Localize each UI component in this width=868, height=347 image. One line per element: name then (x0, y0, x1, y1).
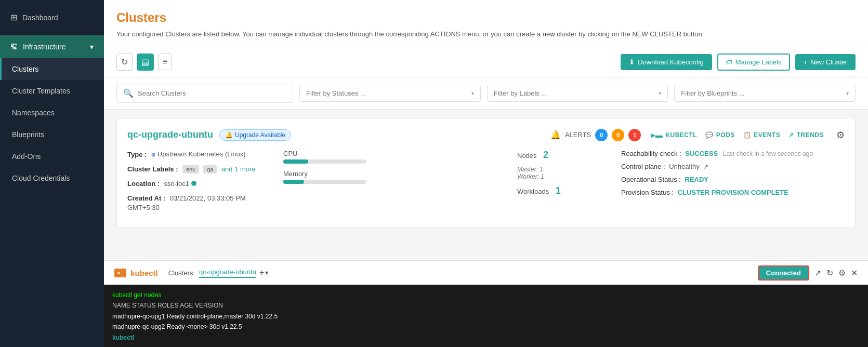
master-sub: Master: 1 (517, 166, 611, 173)
search-input[interactable] (138, 89, 286, 97)
memory-metric-row: Memory (283, 170, 507, 184)
alerts-label: ALERTS (565, 131, 591, 139)
plus-icon: + (804, 58, 808, 66)
kubectl-clusters-label: Clusters: (168, 269, 195, 277)
sidebar-item-namespaces[interactable]: Namespaces (0, 102, 104, 124)
kubectl-bar: >_ kubectl Clusters: qc-upgrade-ubuntu +… (104, 260, 868, 285)
events-icon: 📋 (743, 131, 752, 139)
terminal-command: kubectl get nodes (112, 290, 860, 300)
cluster-card-header: qc-upgrade-ubuntu 🔔 Upgrade Available 🔔 … (127, 129, 845, 141)
grid-icon: ⊞ (10, 12, 17, 22)
main-content: Clusters Your configured Clusters are li… (104, 0, 868, 347)
operational-status-row: Operational Status : READY (621, 176, 845, 183)
download-kubeconfig-button[interactable]: ⬇ Download Kubeconfig (621, 54, 712, 70)
sidebar: ⊞ Dashboard 🏗 Infrastructure ▾ Clusters … (0, 0, 104, 347)
new-cluster-button[interactable]: + New Cluster (795, 54, 856, 70)
cluster-details-col: Type : ⎈ Upstream Kubernetes (Linux) Clu… (127, 150, 273, 217)
memory-progress-bar (283, 180, 366, 184)
alert-count-orange: 0 (612, 129, 624, 141)
search-input-wrapper[interactable]: 🔍 (116, 84, 293, 103)
created-at-row: Created At : 03/21/2022, 03:33:05 PM GMT… (127, 193, 273, 212)
terminal-cursor: kubectl (112, 332, 860, 343)
cpu-progress-fill (283, 159, 308, 164)
cluster-body: Type : ⎈ Upstream Kubernetes (Linux) Clu… (127, 150, 845, 217)
sidebar-item-cloud-credentials[interactable]: Cloud Credentials (0, 167, 104, 189)
terminal-row1: madhupre-qc-upg1 Ready control-plane,mas… (112, 311, 860, 322)
kubectl-close-button[interactable]: ✕ (851, 268, 858, 278)
kubectl-settings-button[interactable]: ⚙ (838, 268, 846, 278)
and-more-link[interactable]: and 1 more (221, 165, 256, 173)
cluster-settings-button[interactable]: ⚙ (836, 129, 845, 141)
sidebar-item-blueprints[interactable]: Blueprints (0, 124, 104, 145)
kubectl-action-button[interactable]: ▸▬ KUBECTL (651, 131, 697, 139)
download-icon: ⬇ (629, 58, 635, 66)
sidebar-item-clusters[interactable]: Clusters (0, 58, 104, 80)
reachability-row: Reachability check : SUCCESS Last check … (621, 150, 845, 157)
labels-row: Cluster Labels : env qa and 1 more (127, 164, 273, 174)
filter-blueprints-select[interactable]: Filter by Blueprints ... ▾ (674, 85, 856, 102)
terminal-row2: madhupre-qc-upg2 Ready <none> 30d v1.22.… (112, 322, 860, 332)
sidebar-item-add-ons[interactable]: Add-Ons (0, 145, 104, 167)
kubectl-logo-label: kubectl (130, 269, 158, 277)
page-description: Your configured Clusters are listed belo… (116, 29, 856, 39)
cluster-actions: ▸▬ KUBECTL 💬 PODS 📋 EVENTS (651, 129, 845, 141)
cluster-status-col: Reachability check : SUCCESS Last check … (621, 150, 845, 217)
sidebar-item-cluster-templates[interactable]: Cluster Templates (0, 80, 104, 102)
memory-progress-fill (283, 180, 304, 184)
trends-action-button[interactable]: ↗ TRENDS (788, 131, 824, 139)
kubectl-refresh-button[interactable]: ↻ (826, 268, 833, 278)
cluster-header-left: qc-upgrade-ubuntu 🔔 Upgrade Available (127, 129, 291, 141)
location-status-dot (191, 181, 196, 186)
cluster-metrics-col: CPU Memory (283, 150, 507, 217)
kubectl-right-actions: Connected ↗ ↻ ⚙ ✕ (758, 265, 858, 281)
cluster-name[interactable]: qc-upgrade-ubuntu (127, 129, 213, 140)
chevron-down-icon: ▾ (846, 90, 849, 96)
kubectl-tab-chevron[interactable]: ▾ (265, 269, 268, 276)
manage-labels-button[interactable]: 🏷 Manage Labels (717, 54, 790, 71)
pods-action-button[interactable]: 💬 PODS (705, 131, 735, 139)
terminal-header: NAME STATUS ROLES AGE VERSION (112, 300, 860, 311)
page-header: Clusters Your configured Clusters are li… (104, 0, 868, 47)
kubectl-tab-plus[interactable]: + (259, 268, 264, 277)
building-icon: 🏗 (10, 43, 18, 51)
control-plane-row: Control plane : Unhealthy ↗ (621, 163, 845, 170)
upgrade-badge: 🔔 Upgrade Available (219, 129, 291, 141)
alert-count-blue: 0 (595, 129, 608, 141)
sidebar-section-infrastructure[interactable]: 🏗 Infrastructure ▾ (0, 35, 104, 58)
type-row: Type : ⎈ Upstream Kubernetes (Linux) (127, 150, 273, 159)
upgrade-icon: 🔔 (225, 131, 233, 139)
cluster-stats-col: Nodes 2 Master: 1 Worker: 1 Workloads 1 (517, 150, 611, 217)
sidebar-nav: Clusters Cluster Templates Namespaces Bl… (0, 58, 104, 189)
events-action-button[interactable]: 📋 EVENTS (743, 131, 781, 139)
kubectl-external-link-button[interactable]: ↗ (814, 268, 821, 278)
location-row: Location : sso-loc1 (127, 179, 273, 188)
external-link-icon[interactable]: ↗ (703, 163, 708, 170)
terminal-icon: ▸▬ (651, 131, 663, 139)
alerts-section: 🔔 ALERTS 0 0 1 (550, 129, 641, 141)
toolbar: ↻ ▤ ≡ ⬇ Download Kubeconfig 🏷 Manage Lab… (104, 47, 868, 77)
cluster-card: qc-upgrade-ubuntu 🔔 Upgrade Available 🔔 … (116, 118, 856, 228)
cpu-metric-row: CPU (283, 150, 507, 164)
kubectl-cluster-tab[interactable]: qc-upgrade-ubuntu (199, 268, 256, 278)
workloads-row: Workloads 1 (517, 185, 611, 196)
refresh-button[interactable]: ↻ (116, 54, 133, 71)
terminal: kubectl get nodes NAME STATUS ROLES AGE … (104, 285, 868, 347)
list-view-button[interactable]: ≡ (158, 54, 172, 70)
page-title: Clusters (116, 10, 856, 25)
search-icon: 🔍 (123, 88, 134, 98)
connected-button[interactable]: Connected (758, 265, 809, 281)
bell-icon: 🔔 (550, 130, 561, 140)
kubectl-logo-icon: >_ (114, 269, 126, 277)
chevron-down-icon: ▾ (659, 90, 661, 96)
tag-icon: 🏷 (726, 58, 732, 66)
infrastructure-label: Infrastructure (23, 43, 65, 51)
cluster-header-right: 🔔 ALERTS 0 0 1 ▸▬ KUBECTL (550, 129, 845, 141)
provision-status-row: Provision Status : CLUSTER PROVISION COM… (621, 189, 845, 196)
filter-statuses-select[interactable]: Filter by Statuses ... ▾ (299, 85, 481, 102)
trends-icon: ↗ (788, 131, 794, 139)
card-view-button[interactable]: ▤ (137, 54, 154, 71)
chevron-down-icon: ▾ (471, 90, 474, 96)
filter-labels-select[interactable]: Filter by Labels ... ▾ (487, 85, 668, 102)
pods-icon: 💬 (705, 131, 714, 139)
sidebar-item-dashboard[interactable]: ⊞ Dashboard (10, 8, 94, 26)
